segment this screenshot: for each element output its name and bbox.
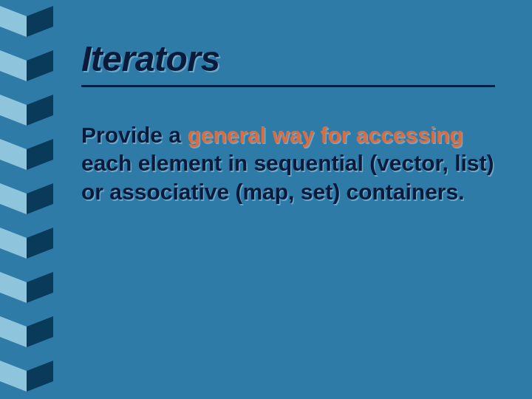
left-decoration [0,0,53,399]
svg-marker-13 [27,183,53,214]
zigzag-ribbon [0,44,53,92]
svg-marker-10 [27,139,53,170]
zigzag-ribbon [0,177,53,225]
slide-content: Iterators Provide a general way for acce… [81,38,495,206]
zigzag-ribbon [0,133,53,180]
svg-marker-22 [27,316,53,347]
svg-marker-1 [27,6,53,37]
slide-title: Iterators [81,38,495,87]
zigzag-ribbon [0,310,53,358]
svg-marker-16 [27,228,53,259]
body-pre: Provide a [81,123,187,147]
zigzag-ribbon [0,89,53,136]
zigzag-ribbon [0,266,53,313]
body-post: each element in sequential (vector, list… [81,151,494,203]
svg-marker-25 [27,361,53,392]
svg-marker-4 [27,50,53,81]
body-emphasis: general way for accessing [187,123,463,147]
zigzag-ribbon [0,355,53,399]
svg-marker-7 [27,95,53,126]
zigzag-ribbon [0,222,53,269]
svg-marker-19 [27,272,53,303]
slide-body: Provide a general way for accessing each… [81,121,495,206]
zigzag-ribbon [0,0,53,47]
